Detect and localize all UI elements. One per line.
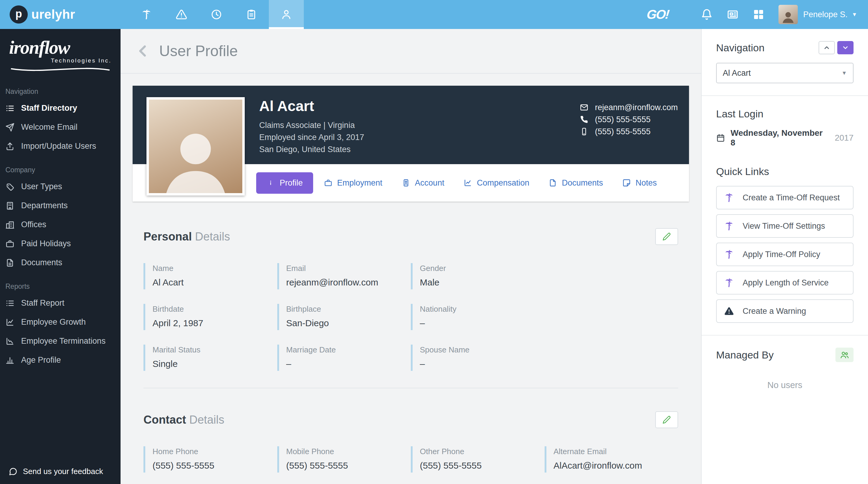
palm-tree-icon	[141, 9, 152, 20]
info-icon	[267, 179, 275, 187]
field-home-phone: Home Phone (555) 555-5555	[144, 446, 277, 473]
sidebar-item-paid-holidays[interactable]: Paid Holidays	[0, 234, 121, 253]
clock-icon	[211, 9, 222, 20]
palm-tree-icon	[724, 221, 734, 231]
last-login-year: 2017	[835, 133, 854, 143]
field-value: (555) 555-5555	[286, 460, 405, 471]
tab-employment[interactable]: Employment	[315, 173, 391, 193]
sidebar-item-welcome-email[interactable]: Welcome Email	[0, 118, 121, 137]
tab-account[interactable]: Account	[393, 173, 453, 193]
profile-contact-summary: rejeanm@ironflow.com (555) 555-5555 (555…	[580, 102, 678, 138]
tab-notes[interactable]: Notes	[614, 173, 665, 193]
edit-personal-button[interactable]	[655, 228, 678, 245]
user-menu[interactable]: Penelope S. ▼	[778, 5, 857, 24]
field-label: Email	[286, 264, 405, 273]
section-title: Personal Details	[144, 230, 230, 243]
upload-icon	[5, 142, 14, 151]
edit-contact-button[interactable]	[655, 411, 678, 428]
sidebar-item-import-update-users[interactable]: Import/Update Users	[0, 137, 121, 156]
user-select[interactable]: Al Acart ▼	[716, 63, 854, 83]
user-select-value: Al Acart	[723, 68, 751, 78]
quick-link-apply-time-off-policy[interactable]: Apply Time-Off Policy	[716, 243, 854, 266]
company-logo: ironflow Technologies Inc.	[0, 29, 121, 77]
company-logo-text: ironflow	[9, 38, 112, 57]
field-value: Single	[153, 359, 271, 369]
speech-bubble-icon	[8, 467, 18, 476]
field-spouse-name: Spouse Name –	[411, 345, 545, 371]
sidebar-item-age-profile[interactable]: Age Profile	[0, 351, 121, 370]
tab-label: Documents	[562, 178, 603, 188]
back-button[interactable]	[135, 41, 151, 61]
section-divider	[144, 388, 678, 388]
field-label: Mobile Phone	[286, 447, 405, 456]
quick-link-view-time-off-settings[interactable]: View Time-Off Settings	[716, 214, 854, 238]
sidebar-item-departments[interactable]: Departments	[0, 196, 121, 215]
panel-divider	[702, 335, 868, 336]
quick-link-label: Apply Length of Service	[743, 278, 829, 288]
topbar-right: GO! Penelope S. ▼	[647, 5, 857, 24]
profile-phone: (555) 555-5555	[595, 115, 651, 124]
last-login-title: Last Login	[716, 108, 854, 120]
nav-next-button[interactable]	[837, 41, 854, 54]
sidebar-item-employee-terminations[interactable]: Employee Terminations	[0, 332, 121, 351]
managed-by-empty-state: No users	[716, 380, 854, 390]
sidebar-item-staff-report[interactable]: Staff Report	[0, 293, 121, 313]
sidebar-item-offices[interactable]: Offices	[0, 215, 121, 234]
bell-icon[interactable]	[701, 8, 713, 21]
quick-link-label: Create a Warning	[743, 307, 806, 316]
profile-name: Al Acart	[259, 98, 364, 114]
section-title: Contact Details	[144, 414, 224, 426]
field-label: Marital Status	[153, 345, 271, 354]
city-icon	[5, 220, 14, 229]
sidebar-item-staff-directory[interactable]: Staff Directory	[0, 99, 121, 118]
go-logo[interactable]: GO!	[646, 7, 670, 22]
page-header: User Profile	[121, 29, 701, 74]
tab-label: Profile	[280, 178, 303, 188]
field-label: Birthplace	[286, 305, 405, 314]
list-icon	[5, 299, 14, 308]
module-tab-staff[interactable]	[269, 0, 304, 29]
sidebar-item-label: Staff Report	[21, 298, 64, 308]
section-title-strong: Personal	[144, 230, 192, 243]
company-logo-subtext: Technologies Inc.	[9, 57, 112, 64]
sidebar-item-label: Departments	[21, 201, 68, 210]
sidebar-item-label: Offices	[21, 220, 46, 229]
tab-label: Compensation	[477, 178, 529, 188]
quick-link-label: View Time-Off Settings	[743, 222, 825, 231]
grid-icon[interactable]	[752, 8, 765, 21]
quick-link-create-a-warning[interactable]: Create a Warning	[716, 299, 854, 323]
sidebar-item-documents[interactable]: Documents	[0, 253, 121, 272]
module-tab-timesheets[interactable]	[234, 0, 269, 29]
quick-links-title: Quick Links	[716, 166, 854, 177]
feedback-button[interactable]: Send us your feedback	[0, 459, 121, 484]
nav-previous-button[interactable]	[818, 41, 835, 54]
sidebar-item-label: Employee Growth	[21, 317, 86, 327]
field-value: AlAcart@ironflow.com	[554, 460, 673, 471]
tab-label: Notes	[636, 178, 657, 188]
field-label: Nationality	[420, 305, 538, 314]
profile-photo	[147, 97, 245, 196]
module-tab-time-clock[interactable]	[199, 0, 234, 29]
newspaper-icon[interactable]	[727, 8, 739, 21]
module-tab-warnings[interactable]	[164, 0, 199, 29]
sidebar-item-employee-growth[interactable]: Employee Growth	[0, 313, 121, 332]
tab-compensation[interactable]: Compensation	[455, 173, 538, 193]
id-card-icon	[402, 179, 410, 187]
sidebar-item-label: Paid Holidays	[21, 239, 71, 248]
navigation-panel-title: Navigation	[716, 42, 765, 54]
quick-link-create-time-off-request[interactable]: Create a Time-Off Request	[716, 186, 854, 209]
last-login-value: Wednesday, November 8 2017	[716, 128, 854, 147]
tab-profile[interactable]: Profile	[256, 172, 313, 194]
section-title-strong: Contact	[144, 414, 186, 426]
field-value: Al Acart	[153, 277, 271, 288]
field-marriage-date: Marriage Date –	[277, 345, 411, 371]
panel-divider	[702, 95, 868, 96]
sidebar-item-user-types[interactable]: User Types	[0, 177, 121, 196]
quick-link-apply-length-of-service[interactable]: Apply Length of Service	[716, 271, 854, 294]
module-tab-time-off[interactable]	[129, 0, 164, 29]
tab-documents[interactable]: Documents	[540, 173, 612, 193]
section-title-light: Details	[195, 230, 230, 243]
profile-card: Al Acart Claims Associate | Virginia Emp…	[133, 86, 689, 202]
purelyhr-logo[interactable]: p urelyhr	[10, 5, 124, 24]
managed-by-users-button[interactable]	[835, 348, 854, 362]
